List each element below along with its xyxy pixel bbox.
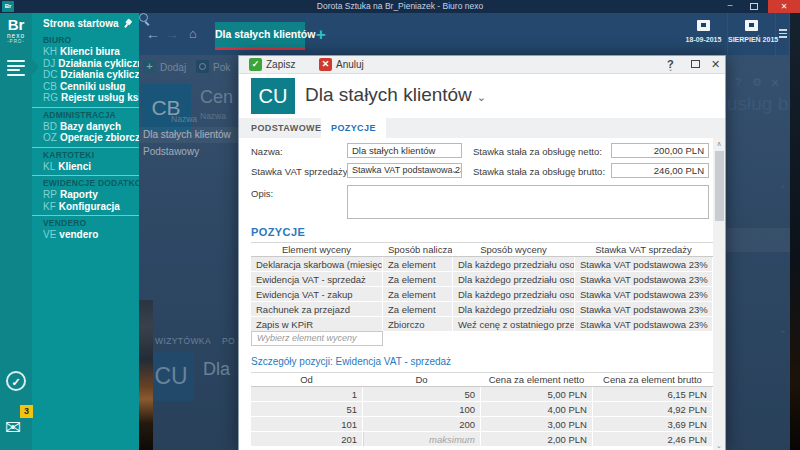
- menu-item-label: Działania cykliczne: [60, 69, 139, 80]
- table-row[interactable]: Ewidencja VAT - sprzedażZa elementDla ka…: [251, 272, 713, 287]
- vat-select[interactable]: Stawka VAT podstawowa 23% ⌄: [347, 163, 462, 178]
- window-titlebar: Br Dorota Sztuka na Br_Pieniazek - Biuro…: [0, 0, 800, 13]
- column-header[interactable]: Od: [251, 373, 363, 386]
- vat-label: Stawka VAT sprzedaży:: [251, 166, 350, 177]
- menu-item-label: Rejestr usług księg...: [61, 92, 139, 103]
- table-cell: Stawka VAT podstawowa 23%: [575, 287, 713, 302]
- sidebar-item-rp[interactable]: RPRaporty: [32, 189, 139, 201]
- table-cell: 3,69 PLN: [593, 417, 713, 432]
- table-cell: 1: [251, 387, 363, 402]
- close-icon[interactable]: ✕: [768, 0, 800, 13]
- home-icon[interactable]: ⌂: [185, 13, 201, 55]
- table-cell: maksimum: [363, 432, 481, 447]
- table-cell: Weź cenę z ostatniego przedziału: [453, 317, 575, 332]
- column-header[interactable]: Cena za element brutto: [593, 373, 713, 386]
- table-cell: 5,00 PLN: [481, 387, 593, 402]
- menu-section-header: KARTOTEKI: [32, 147, 139, 161]
- position-details-title: Szczegóły pozycji: Ewidencja VAT - sprze…: [251, 356, 451, 367]
- sidebar-item-kl[interactable]: KLKlienci: [32, 161, 139, 173]
- mail-icon[interactable]: ✉: [5, 418, 21, 438]
- table-header-row: OdDoCena za element nettoCena za element…: [251, 373, 713, 387]
- check-circle-icon[interactable]: ✓: [6, 371, 26, 391]
- name-label: Nazwa:: [251, 146, 283, 157]
- sidebar-item-cb[interactable]: CBCenniki usług: [32, 81, 139, 93]
- tab-podstawowe[interactable]: PODSTAWOWE: [241, 118, 331, 138]
- chevron-down-icon: ⌄: [477, 91, 486, 103]
- forward-icon[interactable]: →: [164, 13, 180, 55]
- menu-item-label: Konfiguracja: [59, 201, 120, 212]
- scroll-down-icon[interactable]: ⌄: [713, 440, 725, 450]
- gross-rate-field[interactable]: 246,00 PLN: [611, 163, 709, 178]
- positions-section-title: POZYCJE: [251, 226, 305, 238]
- window-title: Dorota Sztuka na Br_Pieniazek - Biuro ne…: [0, 0, 800, 13]
- add-position-input[interactable]: Wybierz element wyceny: [251, 331, 383, 346]
- save-button[interactable]: ✓Zapisz: [249, 58, 295, 72]
- sidebar-item-bd[interactable]: BDBazy danych: [32, 121, 139, 133]
- sidebar-item-oz[interactable]: OZOperacje zbiorcze: [32, 132, 139, 144]
- active-tab[interactable]: Dla stałych klientów: [215, 22, 305, 50]
- cancel-button[interactable]: ✕Anuluj: [319, 58, 364, 72]
- sidebar-home-label: Strona startowa: [43, 18, 119, 29]
- name-field[interactable]: Dla stałych klientów: [347, 143, 462, 158]
- table-row[interactable]: 1012003,00 PLN3,69 PLN: [251, 417, 713, 432]
- sidebar-item-dj[interactable]: DJDziałania cykliczne...: [32, 58, 139, 70]
- brand-logo: Br nexo -PRO-: [0, 17, 32, 45]
- menu-icon[interactable]: [776, 13, 790, 55]
- sidebar-item-ve[interactable]: VEvendero: [32, 229, 139, 241]
- close-icon[interactable]: ✕: [711, 58, 720, 71]
- minimize-icon[interactable]: –: [722, 0, 738, 13]
- table-row[interactable]: 201maksimum2,00 PLN2,46 PLN: [251, 432, 713, 447]
- hamburger-icon[interactable]: [7, 60, 25, 78]
- description-field[interactable]: [347, 185, 709, 219]
- date-widget-month[interactable]: SIERPIEŃ 2015: [728, 13, 776, 55]
- column-header[interactable]: Sposób wyceny: [453, 243, 575, 256]
- column-header[interactable]: Do: [363, 373, 481, 386]
- table-cell: Deklaracja skarbowa (miesięczna): [251, 257, 383, 272]
- table-row[interactable]: Zapis w KPiRZbiorczoWeź cenę z ostatnieg…: [251, 317, 713, 332]
- sidebar-item-kh[interactable]: KHKlienci biura: [32, 46, 139, 58]
- maximize-icon[interactable]: [750, 3, 758, 10]
- save-label: Zapisz: [266, 59, 295, 70]
- maximize-icon[interactable]: [691, 60, 700, 68]
- column-header[interactable]: Element wyceny: [251, 243, 383, 256]
- menu-section-header: VENDERO: [32, 215, 139, 229]
- menu-item-code: OZ: [43, 132, 57, 143]
- sidebar-item-dc[interactable]: DCDziałania cykliczne: [32, 69, 139, 81]
- dialog-title[interactable]: Dla stałych klientów⌄: [305, 84, 486, 106]
- tab-pozycje[interactable]: POZYCJE: [321, 118, 386, 138]
- column-header[interactable]: Sposób naliczania: [383, 243, 453, 256]
- scroll-up-icon[interactable]: ∧: [713, 138, 725, 149]
- help-icon[interactable]: ?: [667, 58, 674, 70]
- dialog-tile: CU: [251, 78, 295, 114]
- gross-rate-label: Stawka stała za obsługę brutto:: [473, 166, 605, 177]
- pin-icon: [121, 17, 134, 30]
- menu-item-label: vendero: [59, 229, 98, 240]
- table-row[interactable]: Rachunek za przejazdZa elementDla każdeg…: [251, 302, 713, 317]
- navigation-bar: ← → ⌂ Dla stałych klientów + 18-09-2015 …: [139, 13, 790, 55]
- column-header[interactable]: Cena za element netto: [481, 373, 593, 386]
- net-rate-field[interactable]: 200,00 PLN: [611, 143, 709, 158]
- table-cell: Zbiorczo: [383, 317, 453, 332]
- table-row[interactable]: Deklaracja skarbowa (miesięczna)Za eleme…: [251, 257, 713, 272]
- add-tab-icon[interactable]: +: [312, 22, 330, 47]
- table-cell: Stawka VAT podstawowa 23%: [575, 257, 713, 272]
- sidebar-item-home[interactable]: Strona startowa: [32, 16, 139, 32]
- column-header[interactable]: Stawka VAT sprzedaży: [575, 243, 713, 256]
- table-row[interactable]: Ewidencja VAT - zakupZa elementDla każde…: [251, 287, 713, 302]
- table-cell: Rachunek za przejazd: [251, 302, 383, 317]
- save-check-icon: ✓: [249, 58, 262, 71]
- table-row[interactable]: 1505,00 PLN6,15 PLN: [251, 387, 713, 402]
- table-cell: Ewidencja VAT - zakup: [251, 287, 383, 302]
- date-widget-day[interactable]: 18-09-2015: [680, 13, 728, 55]
- scrollbar-thumb[interactable]: [715, 151, 724, 221]
- table-row[interactable]: 511004,00 PLN4,92 PLN: [251, 402, 713, 417]
- back-icon[interactable]: ←: [145, 13, 161, 55]
- table-cell: 6,15 PLN: [593, 387, 713, 402]
- dialog-scrollbar[interactable]: ∧ ⌄: [713, 138, 725, 450]
- menu-item-code: KL: [43, 161, 55, 172]
- menu-item-label: Klienci: [58, 161, 91, 172]
- sidebar-item-rg[interactable]: RGRejestr usług księg...: [32, 92, 139, 104]
- sidebar-item-kf[interactable]: KFKonfiguracja: [32, 201, 139, 213]
- brand-logo-sub: nexo: [0, 32, 32, 39]
- date-month-label: SIERPIEŃ 2015: [728, 35, 775, 44]
